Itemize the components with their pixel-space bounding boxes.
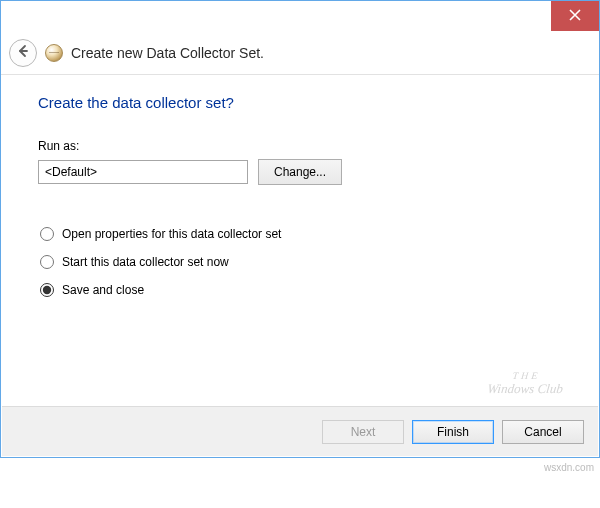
runas-row: Change... bbox=[38, 159, 562, 185]
wizard-title: Create new Data Collector Set. bbox=[71, 45, 264, 61]
back-button[interactable] bbox=[9, 39, 37, 67]
close-button[interactable] bbox=[551, 1, 599, 31]
radio-save-close[interactable]: Save and close bbox=[40, 283, 562, 297]
change-button[interactable]: Change... bbox=[258, 159, 342, 185]
wizard-window: Create new Data Collector Set. Create th… bbox=[0, 0, 600, 458]
radio-open-properties-label: Open properties for this data collector … bbox=[62, 227, 281, 241]
post-action-radio-group: Open properties for this data collector … bbox=[40, 227, 562, 297]
radio-start-now-label: Start this data collector set now bbox=[62, 255, 229, 269]
runas-input[interactable] bbox=[38, 160, 248, 184]
radio-start-now[interactable]: Start this data collector set now bbox=[40, 255, 562, 269]
arrow-left-icon bbox=[16, 44, 30, 61]
radio-start-now-input[interactable] bbox=[40, 255, 54, 269]
radio-open-properties-input[interactable] bbox=[40, 227, 54, 241]
wizard-header: Create new Data Collector Set. bbox=[1, 31, 599, 75]
radio-save-close-label: Save and close bbox=[62, 283, 144, 297]
close-icon bbox=[569, 9, 581, 24]
runas-label: Run as: bbox=[38, 139, 562, 153]
cancel-button[interactable]: Cancel bbox=[502, 420, 584, 444]
finish-button[interactable]: Finish bbox=[412, 420, 494, 444]
attribution-text: wsxdn.com bbox=[544, 462, 594, 473]
wizard-content: Create the data collector set? Run as: C… bbox=[2, 76, 598, 405]
radio-open-properties[interactable]: Open properties for this data collector … bbox=[40, 227, 562, 241]
wizard-footer: Next Finish Cancel bbox=[2, 406, 598, 456]
app-icon bbox=[45, 44, 63, 62]
titlebar bbox=[1, 1, 599, 31]
next-button: Next bbox=[322, 420, 404, 444]
page-heading: Create the data collector set? bbox=[38, 94, 562, 111]
radio-save-close-input[interactable] bbox=[40, 283, 54, 297]
